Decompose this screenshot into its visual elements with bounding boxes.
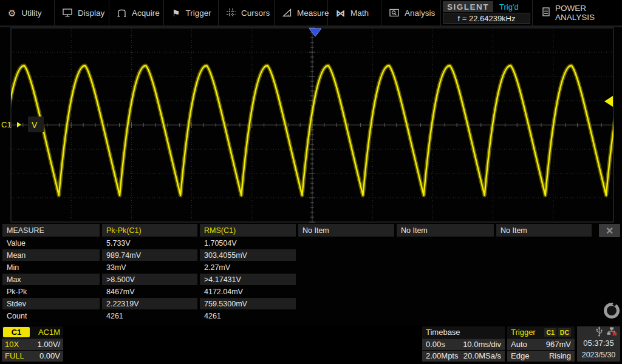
menu-item-measure[interactable]: Measure xyxy=(275,0,328,25)
measure-col-rms[interactable]: RMS(C1) xyxy=(200,224,296,237)
measure-col-empty-3[interactable]: No Item xyxy=(496,224,592,237)
rotate-knob-icon[interactable] xyxy=(604,303,620,318)
cursors-grid-icon xyxy=(227,8,236,17)
channel-c1-box[interactable]: C1 AC1M 10X 1.00V/ FULL 0.00V xyxy=(2,326,63,362)
table-row: Min 33mV 2.27mV xyxy=(0,261,622,274)
trigger-level: 967mV xyxy=(546,340,571,349)
menu-item-trigger[interactable]: ⚑ Trigger xyxy=(164,0,219,25)
row-label: Max xyxy=(2,274,100,285)
measure-col-empty-2[interactable]: No Item xyxy=(397,224,494,237)
oscilloscope-screen: ⚙ Utility Display Acquire ⚑ Trigger Curs… xyxy=(0,0,622,364)
cell-value: 2.22319V xyxy=(102,298,197,309)
trigger-level-marker[interactable] xyxy=(604,96,613,107)
menu-item-cursors[interactable]: Cursors xyxy=(219,0,275,25)
channel-badge: C1 xyxy=(3,327,30,337)
trigger-coupling-badge: DC xyxy=(558,328,571,337)
channel-zero-marker[interactable]: C1 xyxy=(1,120,12,129)
table-row: Count 4261 4261 xyxy=(0,310,622,322)
table-row: Mean 989.74mV 303.4055mV xyxy=(0,249,622,261)
memory-depth: 2.00Mpts xyxy=(426,351,458,360)
row-label: Pk-Pk xyxy=(2,286,100,297)
channel-unit-label: V xyxy=(32,120,38,130)
menu-item-analysis[interactable]: Analysis xyxy=(381,0,441,25)
measure-panel: MEASURE Pk-Pk(C1) RMS(C1) No Item No Ite… xyxy=(0,224,622,325)
measure-col-pkpk[interactable]: Pk-Pk(C1) xyxy=(102,224,197,237)
menu-label: Acquire xyxy=(132,8,160,18)
menu-item-display[interactable]: Display xyxy=(55,0,109,25)
table-row: Max >8.500V >4.17431V xyxy=(0,274,622,286)
waveform-display: C1V xyxy=(0,27,622,224)
math-bowtie-icon: ⋈ xyxy=(336,8,345,18)
table-row: Value 5.733V 1.70504V xyxy=(0,237,622,249)
row-label: Min xyxy=(2,261,100,273)
row-label: Stdev xyxy=(2,298,100,309)
menu-item-math[interactable]: ⋈ Math xyxy=(328,0,381,25)
cell-value: 5.733V xyxy=(102,237,197,249)
bandwidth-value: FULL xyxy=(5,351,24,360)
analysis-folder-icon xyxy=(389,8,399,17)
channel-zero-arrow-icon xyxy=(17,122,21,127)
menu-label: Cursors xyxy=(241,8,270,18)
menu-label: Math xyxy=(350,8,369,18)
menu-label: Utility xyxy=(21,8,41,18)
menu-label: Display xyxy=(78,8,104,18)
trigger-slope: Rising xyxy=(549,351,571,360)
datetime-box: 05:37:35 2023/5/30 xyxy=(577,326,620,362)
cell-value: 33mV xyxy=(102,261,197,273)
monitor-icon xyxy=(63,8,72,17)
cell-value: 759.5300mV xyxy=(200,298,296,309)
cell-value: 8467mV xyxy=(102,286,197,297)
trigger-status: Trig'd xyxy=(499,2,519,12)
measure-col-empty-1[interactable]: No Item xyxy=(298,224,394,237)
menu-item-utility[interactable]: ⚙ Utility xyxy=(0,0,55,25)
gear-icon: ⚙ xyxy=(8,8,16,18)
measure-title: MEASURE xyxy=(2,224,100,237)
sample-rate: 20.0MSa/s xyxy=(463,351,501,360)
menu-item-power-analysis[interactable]: POWER ANALYSIS xyxy=(533,0,622,25)
clock-date: 2023/5/30 xyxy=(582,349,616,360)
status-bar: C1 AC1M 10X 1.00V/ FULL 0.00V Timebase 0… xyxy=(0,325,622,364)
graticule: C1V xyxy=(0,27,622,224)
timebase-box[interactable]: Timebase 0.00s 10.0ms/div 2.00Mpts 20.0M… xyxy=(422,326,505,362)
frequency-counter: f = 22.64239kHz xyxy=(443,13,530,24)
channel-offset: 0.00V xyxy=(39,351,60,360)
table-row: Stdev 2.22319V 759.5300mV xyxy=(0,298,622,310)
measure-close-button[interactable]: × xyxy=(599,224,620,237)
menu-label: POWER ANALYSIS xyxy=(555,4,622,22)
menu-bar: ⚙ Utility Display Acquire ⚑ Trigger Curs… xyxy=(0,0,622,27)
flag-icon: ⚑ xyxy=(172,8,180,18)
measure-setsquare-icon xyxy=(282,8,292,17)
timebase-scale: 10.0ms/div xyxy=(463,340,501,349)
volts-per-div: 1.00V/ xyxy=(37,340,60,349)
cell-value: 4261 xyxy=(102,310,197,322)
cell-value: 989.74mV xyxy=(102,249,197,261)
trigger-source-badge: C1 xyxy=(544,328,556,337)
table-row: Pk-Pk 8467mV 4172.04mV xyxy=(0,286,622,298)
probe-attenuation: 10X xyxy=(5,340,19,349)
timebase-delay: 0.00s xyxy=(426,340,445,349)
trigger-box[interactable]: Trigger C1 DC Auto 967mV Edge Rising xyxy=(507,326,575,362)
menu-label: Trigger xyxy=(185,8,211,18)
cell-value: 2.27mV xyxy=(200,261,296,273)
clock-time: 05:37:35 xyxy=(583,337,614,349)
lan-disconnected-icon xyxy=(607,327,617,338)
acquire-arch-icon xyxy=(117,8,126,17)
cell-value: >8.500V xyxy=(102,274,197,285)
cell-value: 303.4055mV xyxy=(200,249,296,261)
cell-value: >4.17431V xyxy=(200,274,296,285)
close-icon: × xyxy=(606,224,613,237)
timebase-title: Timebase xyxy=(422,326,505,338)
row-label: Count xyxy=(2,310,100,322)
usb-icon xyxy=(595,326,603,339)
coupling-value: AC1M xyxy=(38,328,60,337)
trigger-type: Edge xyxy=(511,351,529,360)
menu-label: Analysis xyxy=(405,8,435,18)
cell-value: 1.70504V xyxy=(200,237,296,249)
document-icon xyxy=(542,7,550,18)
trigger-title: Trigger xyxy=(511,328,536,337)
menu-item-acquire[interactable]: Acquire xyxy=(109,0,164,25)
trigger-mode: Auto xyxy=(511,340,527,349)
cell-value: 4172.04mV xyxy=(200,286,296,297)
menu-label: Measure xyxy=(297,8,329,18)
row-label: Value xyxy=(2,237,100,249)
